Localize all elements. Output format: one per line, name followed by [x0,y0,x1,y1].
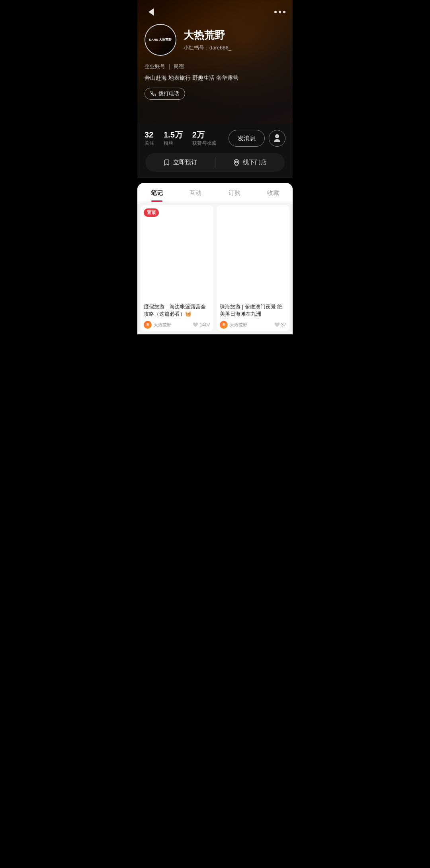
book-now-button[interactable]: 立即预订 [145,153,215,172]
card-2-title: 珠海旅游 | 俯瞰澳门夜景 绝美落日海滩在九洲 [220,303,286,318]
avatar-logo-text: DARE 大热荒野 [149,38,172,42]
book-now-label: 立即预订 [173,159,197,166]
author-avatar-1: 野 [144,321,152,329]
followers-number: 1.5万 [164,130,183,139]
card-2-footer: 野 大热荒野 37 [220,321,286,329]
heart-icon-2 [274,322,280,328]
location-icon [233,159,240,166]
offline-store-label: 线下门店 [243,159,267,166]
tag-enterprise: 企业账号 [145,63,165,70]
card-2-likes: 37 [274,322,286,328]
call-button-label: 拨打电话 [158,90,179,97]
message-button[interactable]: 发消息 [229,130,265,147]
card-1-image: DARE Try If You Dare [141,205,213,300]
profile-id-label: 小红书号： [184,45,209,51]
svg-point-0 [236,161,238,163]
profile-bio: 奔山赴海 地表旅行 野趣生活 奢华露营 [145,74,285,82]
card-1-footer: 野 大热荒野 1407 [144,321,210,329]
phone-icon [150,91,156,96]
avatar-inner: DARE 大热荒野 [145,25,176,55]
person-body [274,139,280,142]
card-1-body: 度假旅游｜海边帐篷露营全攻略（这篇必看）🧺 野 大热荒野 1407 [141,300,213,331]
tag-minsu: 民宿 [174,63,184,70]
action-buttons: 发消息 [229,130,285,147]
profile-top: DARE 大热荒野 大热荒野 小红书号：dare666_ [145,24,285,56]
tabs-row: 笔记 互动 订购 收藏 [137,183,293,202]
profile-id: 小红书号：dare666_ [184,44,231,51]
likes-label: 获赞与收藏 [192,140,216,147]
stat-followers[interactable]: 1.5万 粉丝 [164,130,183,147]
following-label: 关注 [145,140,154,147]
top-navigation [137,0,293,24]
hero-section: DARE 大热荒野 大热荒野 小红书号：dare666_ 企业账号 民宿 奔山赴… [137,0,293,124]
follow-button[interactable] [269,130,285,147]
likes-count-1: 1407 [199,322,210,328]
stats-row: 32 关注 1.5万 粉丝 2万 获赞与收藏 发消息 [145,130,285,147]
back-arrow-icon [149,8,154,16]
avatar: DARE 大热荒野 [145,24,176,56]
following-number: 32 [145,130,153,139]
card-1-author: 野 大热荒野 [144,321,171,329]
likes-count-2: 37 [281,322,286,328]
profile-section: DARE 大热荒野 大热荒野 小红书号：dare666_ 企业账号 民宿 奔山赴… [145,24,285,100]
tab-collect[interactable]: 收藏 [254,183,293,202]
stat-following[interactable]: 32 关注 [145,130,154,147]
tab-notes[interactable]: 笔记 [137,183,176,202]
back-button[interactable] [145,6,157,18]
card-1[interactable]: DARE Try If You Dare 置顶 度假旅游｜海边帐篷露营全攻略（这… [141,205,213,331]
card-2-body: 珠海旅游 | 俯瞰澳门夜景 绝美落日海滩在九洲 野 大热荒野 37 [217,300,289,331]
followers-label: 粉丝 [164,140,173,147]
profile-info: 大热荒野 小红书号：dare666_ [184,28,231,51]
person-head [275,134,279,138]
offline-store-button[interactable]: 线下门店 [215,153,285,172]
content-grid: DARE Try If You Dare 置顶 度假旅游｜海边帐篷露营全攻略（这… [137,202,293,334]
card-2[interactable]: 珠海旅游 | 俯瞰澳门夜景 绝美落日海滩在九洲 野 大热荒野 37 [217,205,289,331]
stats-section: 32 关注 1.5万 粉丝 2万 获赞与收藏 发消息 立即预订 [137,124,293,178]
author-name-1: 大热荒野 [154,322,171,328]
card-2-image [217,205,289,300]
more-button[interactable] [274,11,285,13]
profile-tags: 企业账号 民宿 [145,63,285,70]
quick-actions-bar: 立即预订 线下门店 [145,153,285,172]
dot-3 [283,11,285,13]
call-button[interactable]: 拨打电话 [145,88,185,100]
tabs-container: 笔记 互动 订购 收藏 [137,183,293,202]
bookmark-icon [163,159,170,166]
author-name-2: 大热荒野 [230,322,247,328]
author-avatar-2: 野 [220,321,228,329]
tab-interact[interactable]: 互动 [176,183,215,202]
card-1-title: 度假旅游｜海边帐篷露营全攻略（这篇必看）🧺 [144,303,210,318]
profile-name: 大热荒野 [184,28,231,42]
card-1-likes: 1407 [193,322,210,328]
person-icon [273,134,281,142]
card-2-author: 野 大热荒野 [220,321,247,329]
heart-icon-1 [193,322,198,328]
tab-order[interactable]: 订购 [215,183,254,202]
dot-1 [274,11,277,13]
tag-divider [169,64,170,69]
pinned-badge: 置顶 [144,208,159,217]
profile-id-value: dare666_ [209,45,231,51]
dot-2 [279,11,281,13]
likes-number: 2万 [192,130,205,139]
stat-likes[interactable]: 2万 获赞与收藏 [192,130,216,147]
